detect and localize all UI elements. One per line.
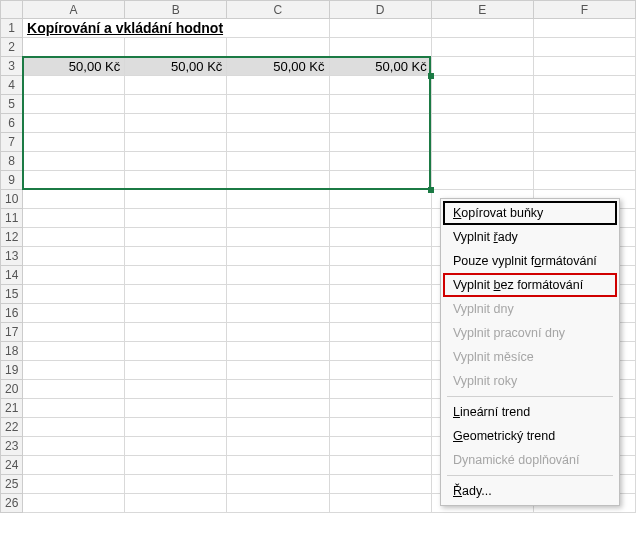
cell-C17[interactable] xyxy=(227,323,329,342)
cell-A19[interactable] xyxy=(23,361,125,380)
cell-E5[interactable] xyxy=(431,95,533,114)
cell-E8[interactable] xyxy=(431,152,533,171)
row-header-12[interactable]: 12 xyxy=(1,228,23,247)
cell-C25[interactable] xyxy=(227,475,329,494)
cell-F9[interactable] xyxy=(533,171,635,190)
cell-A1[interactable]: Kopírování a vkládání hodnot xyxy=(23,19,329,38)
cell-B18[interactable] xyxy=(125,342,227,361)
row-header-4[interactable]: 4 xyxy=(1,76,23,95)
cell-D16[interactable] xyxy=(329,304,431,323)
col-header-C[interactable]: C xyxy=(227,1,329,19)
row-header-2[interactable]: 2 xyxy=(1,38,23,57)
cell-F7[interactable] xyxy=(533,133,635,152)
row-header-16[interactable]: 16 xyxy=(1,304,23,323)
cell-A22[interactable] xyxy=(23,418,125,437)
cell-B22[interactable] xyxy=(125,418,227,437)
cell-B2[interactable] xyxy=(125,38,227,57)
cell-C8[interactable] xyxy=(227,152,329,171)
cell-C3[interactable]: 50,00 Kč xyxy=(227,57,329,76)
row-header-14[interactable]: 14 xyxy=(1,266,23,285)
cell-B19[interactable] xyxy=(125,361,227,380)
cell-D8[interactable] xyxy=(329,152,431,171)
cell-D19[interactable] xyxy=(329,361,431,380)
cell-B9[interactable] xyxy=(125,171,227,190)
cell-A6[interactable] xyxy=(23,114,125,133)
row-header-24[interactable]: 24 xyxy=(1,456,23,475)
cell-B23[interactable] xyxy=(125,437,227,456)
row-header-18[interactable]: 18 xyxy=(1,342,23,361)
cell-A20[interactable] xyxy=(23,380,125,399)
cell-D3[interactable]: 50,00 Kč xyxy=(329,57,431,76)
cell-D12[interactable] xyxy=(329,228,431,247)
row-header-26[interactable]: 26 xyxy=(1,494,23,513)
cell-A17[interactable] xyxy=(23,323,125,342)
cell-C23[interactable] xyxy=(227,437,329,456)
cell-E7[interactable] xyxy=(431,133,533,152)
cell-C12[interactable] xyxy=(227,228,329,247)
cell-A14[interactable] xyxy=(23,266,125,285)
cell-B3[interactable]: 50,00 Kč xyxy=(125,57,227,76)
cell-C16[interactable] xyxy=(227,304,329,323)
cell-B5[interactable] xyxy=(125,95,227,114)
cell-D7[interactable] xyxy=(329,133,431,152)
cell-B24[interactable] xyxy=(125,456,227,475)
cell-B14[interactable] xyxy=(125,266,227,285)
cell-F8[interactable] xyxy=(533,152,635,171)
cell-A10[interactable] xyxy=(23,190,125,209)
cell-B6[interactable] xyxy=(125,114,227,133)
cell-D21[interactable] xyxy=(329,399,431,418)
cell-A23[interactable] xyxy=(23,437,125,456)
row-header-9[interactable]: 9 xyxy=(1,171,23,190)
menu-item[interactable]: Vyplnit bez formátování xyxy=(443,273,617,297)
cell-F4[interactable] xyxy=(533,76,635,95)
cell-D25[interactable] xyxy=(329,475,431,494)
row-header-8[interactable]: 8 xyxy=(1,152,23,171)
cell-D20[interactable] xyxy=(329,380,431,399)
cell-A21[interactable] xyxy=(23,399,125,418)
cell-C9[interactable] xyxy=(227,171,329,190)
row-header-11[interactable]: 11 xyxy=(1,209,23,228)
row-header-10[interactable]: 10 xyxy=(1,190,23,209)
cell-E4[interactable] xyxy=(431,76,533,95)
cell-D2[interactable] xyxy=(329,38,431,57)
col-header-E[interactable]: E xyxy=(431,1,533,19)
cell-D14[interactable] xyxy=(329,266,431,285)
cell-C7[interactable] xyxy=(227,133,329,152)
cell-A24[interactable] xyxy=(23,456,125,475)
cell-D9[interactable] xyxy=(329,171,431,190)
row-header-19[interactable]: 19 xyxy=(1,361,23,380)
cell-A26[interactable] xyxy=(23,494,125,513)
cell-D24[interactable] xyxy=(329,456,431,475)
cell-D13[interactable] xyxy=(329,247,431,266)
cell-C21[interactable] xyxy=(227,399,329,418)
cell-A13[interactable] xyxy=(23,247,125,266)
cell-A7[interactable] xyxy=(23,133,125,152)
col-header-B[interactable]: B xyxy=(125,1,227,19)
col-header-D[interactable]: D xyxy=(329,1,431,19)
cell-B8[interactable] xyxy=(125,152,227,171)
cell-F1[interactable] xyxy=(533,19,635,38)
cell-F3[interactable] xyxy=(533,57,635,76)
cell-C6[interactable] xyxy=(227,114,329,133)
cell-A2[interactable] xyxy=(23,38,125,57)
cell-F6[interactable] xyxy=(533,114,635,133)
cell-C19[interactable] xyxy=(227,361,329,380)
row-header-20[interactable]: 20 xyxy=(1,380,23,399)
cell-D15[interactable] xyxy=(329,285,431,304)
row-header-17[interactable]: 17 xyxy=(1,323,23,342)
cell-C4[interactable] xyxy=(227,76,329,95)
row-header-25[interactable]: 25 xyxy=(1,475,23,494)
cell-C14[interactable] xyxy=(227,266,329,285)
cell-A3[interactable]: 50,00 Kč xyxy=(23,57,125,76)
cell-D18[interactable] xyxy=(329,342,431,361)
menu-item[interactable]: Geometrický trend xyxy=(443,424,617,448)
cell-B7[interactable] xyxy=(125,133,227,152)
cell-B26[interactable] xyxy=(125,494,227,513)
cell-E6[interactable] xyxy=(431,114,533,133)
select-all-corner[interactable] xyxy=(1,1,23,19)
cell-B10[interactable] xyxy=(125,190,227,209)
cell-F2[interactable] xyxy=(533,38,635,57)
cell-A16[interactable] xyxy=(23,304,125,323)
cell-C22[interactable] xyxy=(227,418,329,437)
cell-C20[interactable] xyxy=(227,380,329,399)
